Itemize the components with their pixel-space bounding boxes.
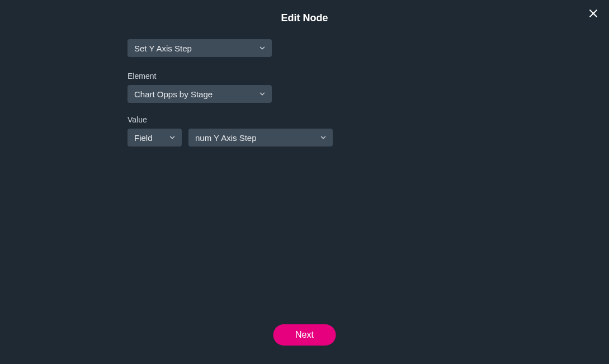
element-dropdown[interactable]: Chart Opps by Stage — [128, 85, 272, 103]
value-type-dropdown-value: Field — [134, 133, 153, 143]
form-content: Set Y Axis Step Element Chart Opps by St… — [128, 39, 485, 146]
value-type-dropdown[interactable]: Field — [128, 129, 182, 146]
element-dropdown-value: Chart Opps by Stage — [134, 89, 213, 99]
chevron-down-icon — [168, 134, 176, 141]
next-button[interactable]: Next — [273, 324, 336, 346]
chevron-down-icon — [258, 44, 266, 52]
modal-title: Edit Node — [0, 0, 609, 24]
close-button[interactable] — [586, 7, 601, 22]
action-dropdown-value: Set Y Axis Step — [134, 44, 192, 53]
value-field-dropdown[interactable]: num Y Axis Step — [188, 129, 333, 146]
action-dropdown[interactable]: Set Y Axis Step — [128, 39, 272, 57]
element-label: Element — [128, 72, 485, 81]
chevron-down-icon — [258, 90, 266, 98]
close-icon — [588, 8, 599, 21]
chevron-down-icon — [319, 134, 327, 141]
value-label: Value — [128, 115, 485, 124]
value-field-dropdown-value: num Y Axis Step — [195, 133, 257, 143]
